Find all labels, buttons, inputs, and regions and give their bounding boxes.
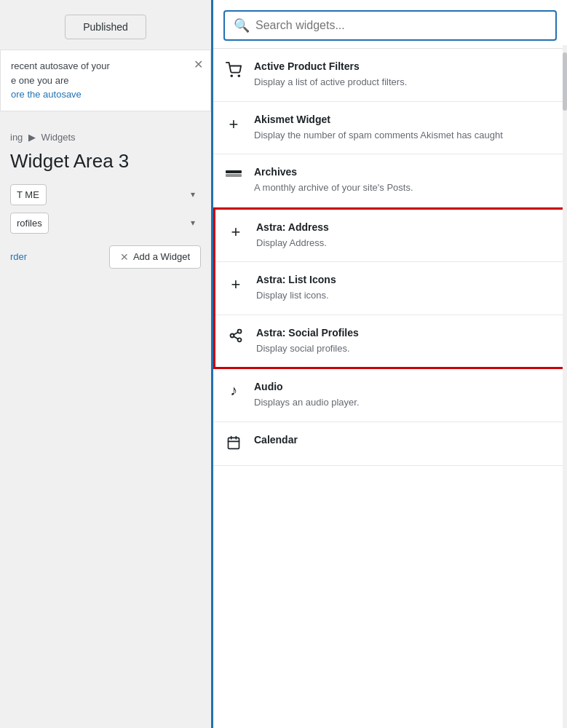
close-autosave-button[interactable]: ✕ xyxy=(194,58,203,71)
published-button[interactable]: Published xyxy=(65,15,146,39)
first-select-wrapper: T ME xyxy=(10,184,201,205)
list-item[interactable]: +Astra: AddressDisplay Address. xyxy=(215,210,565,263)
search-row: 🔍 xyxy=(213,0,567,49)
widget-name: Astra: List Icons xyxy=(256,274,553,285)
add-widget-button[interactable]: ✕ Add a Widget xyxy=(109,245,201,269)
left-panel: Published ✕ recent autosave of youre one… xyxy=(0,0,211,728)
widget-list: Active Product FiltersDisplay a list of … xyxy=(213,49,567,728)
svg-rect-9 xyxy=(229,438,239,448)
list-item[interactable]: Calendar xyxy=(213,422,567,466)
first-select-row: T ME xyxy=(0,184,211,213)
breadcrumb-prefix: ing xyxy=(10,132,23,143)
widget-desc: Display Address. xyxy=(256,236,553,250)
widget-info: ArchivesA monthly archive of your site's… xyxy=(254,166,555,195)
widget-info: Akismet WidgetDisplay the number of spam… xyxy=(254,114,555,143)
x-icon: ✕ xyxy=(120,251,129,263)
svg-rect-2 xyxy=(226,170,242,173)
widget-info: Astra: AddressDisplay Address. xyxy=(256,221,553,250)
widget-name: Astra: Social Profiles xyxy=(256,327,553,339)
list-item[interactable]: Astra: Social ProfilesDisplay social pro… xyxy=(215,315,565,368)
svg-rect-3 xyxy=(226,174,242,177)
second-select[interactable]: rofiles xyxy=(10,213,49,234)
widget-desc: Display the number of spam comments Akis… xyxy=(254,128,555,143)
autosave-notice: ✕ recent autosave of youre one you areor… xyxy=(0,50,211,111)
archives-icon xyxy=(225,167,242,184)
svg-point-0 xyxy=(231,75,232,76)
svg-line-7 xyxy=(234,336,238,339)
breadcrumb-section: Widgets xyxy=(41,132,76,143)
widget-name: Akismet Widget xyxy=(254,114,555,125)
search-box: 🔍 xyxy=(223,10,557,41)
list-item[interactable]: +Akismet WidgetDisplay the number of spa… xyxy=(213,102,567,155)
scrollbar-track xyxy=(563,45,567,728)
second-select-wrapper: rofiles xyxy=(10,213,201,234)
astra-social-profiles-icon xyxy=(227,328,245,347)
list-item[interactable]: +Astra: List IconsDisplay list icons. xyxy=(215,262,565,315)
search-input[interactable] xyxy=(255,19,547,32)
search-icon: 🔍 xyxy=(234,17,250,33)
widget-info: Active Product FiltersDisplay a list of … xyxy=(254,60,555,90)
widget-name: Audio xyxy=(254,381,555,392)
widget-desc: A monthly archive of your site's Posts. xyxy=(254,181,555,195)
widget-info: Calendar xyxy=(254,434,555,448)
breadcrumb: ing ▶ Widgets xyxy=(0,122,211,147)
active-product-filters-icon xyxy=(225,62,242,82)
astra-list-icons-icon: + xyxy=(227,275,245,294)
widget-name: Calendar xyxy=(254,434,555,446)
list-item[interactable]: Active Product FiltersDisplay a list of … xyxy=(213,49,567,102)
widget-name: Active Product Filters xyxy=(254,60,555,72)
widget-desc: Display a list of active product filters… xyxy=(254,75,555,90)
highlighted-group: +Astra: AddressDisplay Address.+Astra: L… xyxy=(213,207,567,370)
widget-info: Astra: Social ProfilesDisplay social pro… xyxy=(256,327,553,356)
restore-autosave-link[interactable]: ore the autosave xyxy=(11,89,82,100)
widget-desc: Display list icons. xyxy=(256,288,553,303)
widget-desc: Displays an audio player. xyxy=(254,395,555,410)
second-select-row: rofiles xyxy=(0,213,211,245)
astra-address-icon: + xyxy=(227,223,245,242)
calendar-icon xyxy=(225,435,242,454)
akismet-widget-icon: + xyxy=(225,115,242,134)
right-panel: 🔍 Active Product FiltersDisplay a list o… xyxy=(211,0,567,728)
list-item[interactable]: ♪AudioDisplays an audio player. xyxy=(213,369,567,422)
svg-point-1 xyxy=(238,75,239,76)
widget-name: Archives xyxy=(254,166,555,178)
widget-name: Astra: Address xyxy=(256,221,553,233)
list-item[interactable]: ArchivesA monthly archive of your site's… xyxy=(213,154,567,207)
scrollbar-thumb[interactable] xyxy=(563,52,567,111)
first-select[interactable]: T ME xyxy=(10,184,47,205)
reorder-link[interactable]: rder xyxy=(10,251,27,262)
widget-desc: Display social profiles. xyxy=(256,341,553,356)
audio-icon: ♪ xyxy=(225,382,242,399)
autosave-text: recent autosave of youre one you areore … xyxy=(11,60,110,100)
action-row: rder ✕ Add a Widget xyxy=(0,245,211,269)
svg-line-8 xyxy=(234,332,238,334)
widget-area-title: Widget Area 3 xyxy=(0,147,211,184)
breadcrumb-arrow: ▶ xyxy=(28,132,39,143)
widget-info: AudioDisplays an audio player. xyxy=(254,381,555,410)
add-widget-label: Add a Widget xyxy=(133,251,190,262)
widget-info: Astra: List IconsDisplay list icons. xyxy=(256,274,553,303)
published-btn-row: Published xyxy=(0,15,211,39)
